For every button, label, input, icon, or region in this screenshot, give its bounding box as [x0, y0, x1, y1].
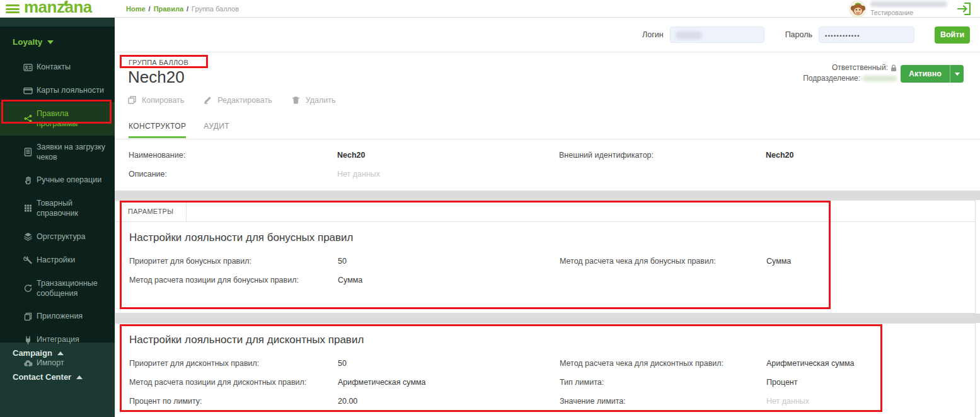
page-title: Nech20 — [128, 68, 185, 87]
transactional-messages-icon — [23, 283, 33, 293]
chevron-up-icon — [76, 375, 83, 379]
limit-value-value: Нет данных — [766, 397, 975, 406]
parameters-card: ПАРАМЕТРЫ Настройки лояльности для бонус… — [115, 200, 976, 314]
sidebar-item-product-catalog[interactable]: Товарный справочник — [0, 192, 115, 225]
bonus-check-method-label: Метод расчета чека для бонусных правил: — [560, 257, 766, 266]
bonus-priority-label: Приоритет для бонусных правил: — [129, 257, 338, 266]
chevron-up-icon — [57, 351, 64, 355]
tab-audit[interactable]: АУДИТ — [204, 122, 229, 138]
bonus-priority-value: 50 — [338, 257, 560, 266]
login-submit-button[interactable]: Войти — [935, 26, 970, 44]
sidebar-item-org-structure[interactable]: Оргструктура — [0, 225, 115, 249]
chevron-down-icon — [955, 73, 960, 76]
sidebar-item-label: Правила программы — [37, 109, 108, 129]
record-meta: Ответственный: Подразделение: — [803, 62, 897, 84]
login-input[interactable] — [670, 26, 764, 43]
entity-type-label: ГРУППА БАЛЛОВ — [129, 59, 188, 66]
limit-value-label: Значение лимита: — [560, 397, 766, 406]
campaign-section-label: Campaign — [13, 348, 52, 358]
discount-check-method-value: Арифметическая сумма — [766, 359, 975, 368]
name-field-value: Nech20 — [337, 151, 559, 160]
copy-icon — [127, 95, 137, 105]
edit-button-label: Редактировать — [217, 96, 272, 105]
password-input[interactable]: •••••••••••• — [819, 26, 914, 43]
sidebar-item-label: Интеграция — [37, 334, 79, 344]
user-avatar[interactable] — [849, 1, 866, 18]
redacted-department-value — [863, 76, 897, 81]
login-label: Логин — [642, 30, 664, 39]
bonus-position-method-label: Метод расчета позиции для бонусных прави… — [129, 276, 338, 285]
field-row: Наименование: Nech20 Внешний идентификат… — [115, 146, 980, 165]
sidebar-section-campaign[interactable]: Campaign — [13, 348, 64, 358]
login-bar: Логин Пароль •••••••••••• Войти — [115, 18, 980, 52]
edit-pencil-icon — [203, 95, 212, 105]
sidebar-item-applications[interactable]: Приложения — [0, 305, 115, 328]
settings-icon — [23, 255, 33, 265]
field-row: Описание: Нет данных — [115, 165, 980, 184]
loyalty-cards-icon — [23, 86, 33, 95]
sidebar-item-label: Настройки — [37, 255, 75, 265]
section-gap — [115, 314, 980, 323]
breadcrumb-rules-link[interactable]: Правила — [154, 5, 183, 13]
redacted-username — [870, 1, 947, 7]
copy-button-label: Копировать — [142, 96, 184, 105]
external-id-field-value: Nech20 — [766, 151, 980, 160]
logout-icon[interactable] — [957, 2, 972, 16]
breadcrumb-separator: / — [149, 5, 151, 13]
sidebar-loyalty-panel: Loyalty Контакты Карты лояльности — [0, 26, 115, 343]
field-row: Метод расчета позиции для дисконтных пра… — [115, 373, 975, 392]
user-role-label: Тестирование — [870, 9, 947, 16]
hamburger-menu-icon[interactable] — [6, 4, 20, 13]
bonus-check-method-value: Сумма — [766, 257, 975, 266]
sidebar-item-label: Товарный справочник — [37, 198, 108, 219]
sidebar-item-settings[interactable]: Настройки — [0, 249, 115, 272]
field-row: Приоритет для бонусных правил: 50 Метод … — [115, 252, 975, 271]
redacted-login-value — [676, 32, 702, 39]
sidebar-item-label: Карты лояльности — [37, 85, 104, 95]
sidebar-item-program-rules[interactable]: Правила программы — [0, 102, 115, 136]
contact-center-section-label: Contact Center — [13, 372, 71, 382]
tab-constructor[interactable]: КОНСТРУКТОР — [129, 122, 186, 138]
sidebar-item-label: Контакты — [37, 62, 71, 72]
loyalty-section-label: Loyalty — [13, 37, 42, 47]
sidebar-item-loyalty-cards[interactable]: Карты лояльности — [0, 79, 115, 102]
parameters-tab-row: ПАРАМЕТРЫ — [115, 201, 975, 222]
sidebar-section-loyalty[interactable]: Loyalty — [0, 26, 115, 47]
receipt-upload-icon — [23, 147, 33, 156]
discount-priority-label: Приоритет для дисконтных правил: — [129, 359, 338, 368]
user-menu[interactable]: Тестирование — [849, 1, 947, 18]
field-row: Процент по лимиту: 20.00 Значение лимита… — [115, 392, 975, 411]
sidebar-item-label: Импорт — [37, 358, 64, 368]
description-field-label: Описание: — [129, 170, 337, 179]
discount-check-method-label: Метод расчета чека для дисконтных правил… — [560, 359, 766, 368]
edit-button[interactable]: Редактировать — [203, 95, 272, 105]
bonus-position-method-value: Сумма — [338, 276, 560, 285]
status-dropdown-button[interactable]: Активно — [901, 65, 964, 83]
record-tabs: КОНСТРУКТОР АУДИТ — [129, 122, 229, 138]
app-window: manzana Home / Правила / Группа баллов — [0, 0, 980, 417]
sidebar-item-transactional-messages[interactable]: Транзакционные сообщения — [0, 272, 115, 305]
contacts-icon — [23, 62, 33, 72]
delete-button-label: Удалить — [306, 96, 336, 105]
sidebar-item-contacts[interactable]: Контакты — [0, 56, 115, 79]
password-label: Пароль — [785, 30, 812, 39]
breadcrumb-separator: / — [187, 5, 188, 13]
delete-button[interactable]: Удалить — [291, 95, 336, 105]
sidebar-section-contact-center[interactable]: Contact Center — [13, 372, 83, 382]
sidebar-item-manual-operations[interactable]: Ручные операции — [0, 168, 115, 192]
discount-priority-value: 50 — [338, 359, 560, 368]
status-caret[interactable] — [950, 65, 964, 83]
tab-parameters[interactable]: ПАРАМЕТРЫ — [115, 201, 187, 221]
field-row: Метод расчета позиции для бонусных прави… — [115, 271, 975, 290]
import-icon — [23, 358, 33, 368]
discount-settings-card: Настройки лояльности для дисконтных прав… — [115, 323, 976, 417]
sidebar-item-receipt-upload[interactable]: Заявки на загрузку чеков — [0, 136, 115, 169]
status-badge[interactable]: Активно — [901, 65, 950, 83]
copy-button[interactable]: Копировать — [127, 95, 184, 105]
discount-settings-section: Настройки лояльности для дисконтных прав… — [115, 324, 975, 411]
manual-operations-icon — [23, 175, 33, 185]
limit-type-value: Процент — [766, 378, 975, 387]
breadcrumb-current: Группа баллов — [192, 5, 239, 13]
breadcrumb-home-link[interactable]: Home — [126, 5, 146, 13]
chevron-down-icon — [47, 40, 54, 44]
